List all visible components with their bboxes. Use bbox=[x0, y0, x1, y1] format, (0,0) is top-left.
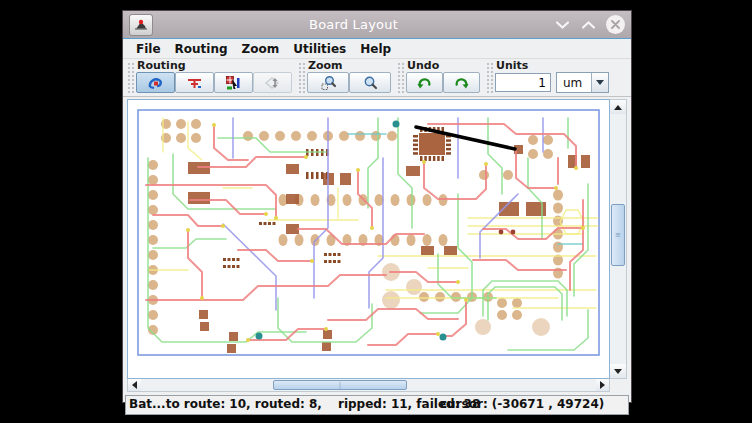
arrow-right-icon bbox=[600, 381, 605, 389]
horizontal-scroll-track[interactable]: | bbox=[141, 379, 596, 391]
undo-button[interactable] bbox=[406, 72, 443, 93]
toolbar-group-zoom: Zoom bbox=[298, 60, 391, 95]
pcb-drawing bbox=[128, 100, 609, 378]
zoom-out-button[interactable] bbox=[349, 72, 391, 93]
drag-handle[interactable] bbox=[397, 62, 404, 93]
redo-icon bbox=[453, 75, 470, 91]
scroll-up-button[interactable] bbox=[610, 100, 626, 114]
scroll-right-button[interactable] bbox=[596, 379, 609, 391]
horizontal-scroll-thumb[interactable]: | bbox=[273, 380, 407, 390]
group-label-routing: Routing bbox=[137, 60, 292, 71]
group-label-undo: Undo bbox=[407, 60, 480, 71]
toolbar-group-units: Units um bbox=[486, 60, 609, 95]
chevron-down-icon bbox=[596, 80, 604, 85]
scrollbar-corner bbox=[610, 379, 627, 392]
app-icon bbox=[129, 14, 153, 36]
chevron-down-icon bbox=[556, 21, 569, 29]
minimize-button[interactable] bbox=[554, 17, 570, 33]
drag-handle[interactable] bbox=[486, 62, 493, 93]
arrow-up-icon bbox=[614, 105, 622, 110]
status-bar: Bat...to route: 10, routed: 8, ripped: 1… bbox=[125, 395, 629, 415]
maximize-button[interactable] bbox=[580, 17, 596, 33]
zoom-region-icon bbox=[320, 75, 337, 91]
units-value-input[interactable] bbox=[495, 73, 551, 92]
pull-tight-icon bbox=[264, 75, 281, 91]
autoroute-icon bbox=[147, 75, 164, 91]
menu-zoom[interactable]: Zoom bbox=[235, 41, 287, 57]
horizontal-scrollbar[interactable]: | bbox=[127, 379, 610, 392]
group-label-units: Units bbox=[496, 60, 609, 71]
pull-tight-button[interactable] bbox=[253, 72, 292, 93]
close-button[interactable] bbox=[606, 15, 625, 34]
units-selected: um bbox=[557, 76, 591, 90]
arrow-down-icon bbox=[614, 369, 622, 374]
board-layout-window: Board Layout File Routing Zoom Util bbox=[122, 10, 632, 403]
menu-bar: File Routing Zoom Utilities Help bbox=[123, 39, 631, 59]
units-dropdown[interactable]: um bbox=[556, 72, 609, 93]
status-batch-text: Bat...to route: 10, routed: 8, bbox=[129, 397, 322, 411]
vertical-scroll-track[interactable]: ≡ bbox=[610, 114, 626, 364]
select-icon bbox=[225, 75, 242, 91]
board-viewport: ≡ | bbox=[127, 99, 627, 392]
menu-routing[interactable]: Routing bbox=[168, 41, 235, 57]
menu-file[interactable]: File bbox=[129, 41, 168, 57]
autoroute-button[interactable] bbox=[136, 72, 175, 93]
window-title: Board Layout bbox=[153, 17, 554, 32]
toolbar-group-undo: Undo bbox=[397, 60, 480, 95]
select-items-button[interactable] bbox=[214, 72, 253, 93]
close-icon bbox=[611, 20, 620, 29]
title-bar[interactable]: Board Layout bbox=[123, 11, 631, 39]
board-canvas[interactable] bbox=[127, 99, 610, 379]
toolbar: Routing bbox=[123, 59, 631, 97]
arrow-left-icon bbox=[132, 381, 137, 389]
redo-button[interactable] bbox=[443, 72, 480, 93]
chevron-up-icon bbox=[582, 21, 595, 29]
drag-handle[interactable] bbox=[127, 62, 134, 93]
menu-help[interactable]: Help bbox=[353, 41, 398, 57]
route-tracks-button[interactable] bbox=[175, 72, 214, 93]
status-cursor-text: cursor: (-30671 , 49724) bbox=[440, 397, 604, 411]
app-icon-glyph bbox=[133, 18, 149, 32]
track-icon bbox=[186, 75, 203, 91]
toolbar-group-routing: Routing bbox=[127, 60, 292, 95]
vertical-scrollbar[interactable]: ≡ bbox=[610, 99, 627, 379]
scroll-down-button[interactable] bbox=[610, 364, 626, 378]
scroll-left-button[interactable] bbox=[128, 379, 141, 391]
menu-utilities[interactable]: Utilities bbox=[286, 41, 353, 57]
drag-handle[interactable] bbox=[298, 62, 305, 93]
dropdown-arrow-button[interactable] bbox=[591, 73, 608, 92]
undo-icon bbox=[416, 75, 433, 91]
vertical-scroll-thumb[interactable]: ≡ bbox=[611, 204, 625, 266]
zoom-region-button[interactable] bbox=[307, 72, 349, 93]
group-label-zoom: Zoom bbox=[308, 60, 391, 71]
zoom-out-icon bbox=[362, 75, 379, 91]
